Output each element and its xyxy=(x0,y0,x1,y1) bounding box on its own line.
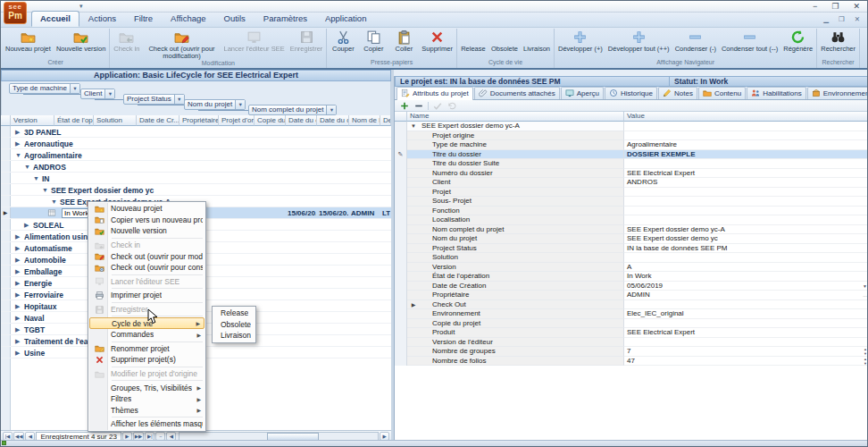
tab-aper-u[interactable]: Aperçu xyxy=(561,87,604,99)
attribute-value[interactable] xyxy=(624,253,868,263)
attribute-row-titre-du-dossier[interactable]: ✎Titre du dossierDOSSIER EXEMPLE xyxy=(395,150,868,160)
attribute-row-copie-du-projet[interactable]: Copie du projet xyxy=(395,319,868,329)
attribute-value[interactable] xyxy=(624,197,868,207)
child-close-button[interactable]: ✕ xyxy=(855,15,860,23)
attribute-value[interactable]: 7▲▼ xyxy=(624,347,868,357)
attribute-value[interactable]: Agroalimentaire xyxy=(624,140,868,150)
expand-icon[interactable]: ▶ xyxy=(15,338,20,345)
tab-contenu[interactable]: Contenu xyxy=(698,87,746,99)
menu-item-check-out-ouvrir-pour-consultation[interactable]: Check out (ouvrir pour consultation) xyxy=(89,262,204,274)
attribute-value[interactable]: DOSSIER EXEMPLE xyxy=(624,150,868,160)
menu-item-filtres[interactable]: Filtres▶ xyxy=(89,393,204,405)
expand-icon[interactable]: ▶ xyxy=(15,268,20,275)
group-by-nom-complet-du-projet[interactable]: Nom complet du projet▼ xyxy=(248,105,337,115)
ribbon-button-couper[interactable]: Couper xyxy=(328,29,358,53)
expand-icon[interactable]: ▶ xyxy=(15,280,20,287)
ribbon-tab-filtre[interactable]: Filtre xyxy=(125,11,162,27)
ribbon-tab-param-tres[interactable]: Paramètres xyxy=(255,11,316,27)
collapse-icon[interactable]: ▼ xyxy=(407,122,420,131)
expand-icon[interactable]: ▶ xyxy=(15,291,20,299)
ribbon-button-coller[interactable]: Coller xyxy=(388,29,419,53)
chevron-down-icon[interactable]: ▼ xyxy=(104,89,114,98)
ribbon-button-d-velopper-tout[interactable]: Développer tout (++) xyxy=(605,29,672,53)
expand-icon[interactable]: ▶ xyxy=(15,326,20,333)
ribbon-button-rechercher[interactable]: Rechercher xyxy=(818,29,858,53)
menu-item-copier-vers-un-nouveau-projet[interactable]: Copier vers un nouveau projet xyxy=(89,215,204,226)
ribbon-tab-actions[interactable]: Actions xyxy=(79,11,125,27)
chevron-down-icon[interactable]: ▼ xyxy=(326,105,336,114)
attribute-value[interactable] xyxy=(624,215,868,225)
attribute-value[interactable]: 05/06/2019▼ xyxy=(624,282,868,291)
attribute-value[interactable]: SEE Expert dossier demo yc xyxy=(624,234,868,244)
expand-icon[interactable]: ▶ xyxy=(15,257,20,264)
attribute-value[interactable]: A xyxy=(624,263,868,273)
tab-documents-attach-s[interactable]: Documents attachés xyxy=(474,87,560,99)
tree-column-header-date-de-cr[interactable]: Date de Cr... xyxy=(137,115,179,126)
tree-row-see-expert-dossier-demo-yc[interactable]: ▼SEE Expert dossier demo yc xyxy=(1,184,391,196)
expand-icon[interactable]: ▶ xyxy=(15,140,20,148)
attribute-row-client[interactable]: ClientANDROS xyxy=(395,178,868,188)
attribute-value[interactable] xyxy=(624,131,868,141)
chevron-down-icon[interactable]: ▼ xyxy=(235,100,245,109)
tree-column-header-propri-taire[interactable]: Propriétaire xyxy=(179,115,219,126)
attribute-row-version-de-l-diteur[interactable]: Version de l'éditeur xyxy=(395,338,868,348)
attribute-value[interactable]: IN la base de données SEE PM xyxy=(624,244,868,254)
chevron-down-icon[interactable]: ▼ xyxy=(70,84,79,93)
ribbon-tab-accueil[interactable]: Accueil xyxy=(31,11,79,27)
expand-icon[interactable]: ▶ xyxy=(15,129,20,136)
tree-column-header-version[interactable]: Version xyxy=(11,115,54,126)
attribute-value[interactable]: SEE Electrical Expert xyxy=(624,169,868,179)
tree-column-header-solution[interactable]: Solution xyxy=(94,115,137,126)
tree-column-header-nom-de-l-uti[interactable]: Nom de l'uti... xyxy=(349,115,380,126)
group-by-nom-du-projet[interactable]: Nom du projet▼ xyxy=(184,99,246,110)
collapse-icon[interactable]: ▼ xyxy=(15,152,21,158)
attribute-row-nombre-de-groupes[interactable]: Nombre de groupes7▲▼ xyxy=(395,347,868,357)
attribute-value[interactable] xyxy=(624,122,868,131)
add-button[interactable] xyxy=(399,101,410,111)
ribbon-button-obsolete[interactable]: Obsolete xyxy=(488,29,521,53)
attribute-row-fonction[interactable]: Fonction xyxy=(395,207,868,216)
group-by-project-status[interactable]: Project Status▼ xyxy=(123,94,185,105)
ribbon-button-copier[interactable]: Copier xyxy=(358,29,388,53)
tab-notes[interactable]: Notes xyxy=(658,87,697,99)
attribute-row-nom-complet-du-projet[interactable]: Nom complet du projetSEE Expert dossier … xyxy=(395,225,868,235)
attribute-row-titre-du-dossier-suite[interactable]: Titre du dossier Suite xyxy=(395,159,868,169)
ribbon-button-r-g-n-re[interactable]: Régénère xyxy=(780,29,815,53)
tree-row-andros[interactable]: ▼ANDROS xyxy=(1,161,391,173)
ribbon-button-release[interactable]: Release xyxy=(458,29,488,53)
ribbon-button-nouveau-projet[interactable]: Nouveau projet xyxy=(3,29,54,53)
ribbon-button-condenser-tout[interactable]: Condenser tout (--) xyxy=(719,29,780,53)
attribute-value[interactable] xyxy=(624,300,868,310)
menu-item-th-mes[interactable]: Thèmes▶ xyxy=(89,405,204,417)
menu-item-afficher-les-l-ments-masqu-s[interactable]: Afficher les éléments masqués xyxy=(89,418,204,430)
attribute-row-version[interactable]: VersionA xyxy=(395,263,868,273)
spin-buttons[interactable]: ▲▼ xyxy=(864,357,867,366)
attribute-row-tat-de-l-op-ration[interactable]: État de l'opérationIn Work xyxy=(395,272,868,282)
ribbon-tab-outils[interactable]: Outils xyxy=(215,11,255,27)
tree-column-header-dernie[interactable]: Dernie... xyxy=(380,115,391,126)
tree-row-aeronautique[interactable]: ▶Aeronautique xyxy=(1,138,391,149)
ribbon-button-supprimer[interactable]: Supprimer xyxy=(419,29,455,53)
submenu-item-obsolete[interactable]: Obsolete xyxy=(213,319,255,331)
attribute-value[interactable]: ANDROS xyxy=(624,178,868,188)
expand-icon[interactable]: ▶ xyxy=(15,233,20,240)
child-restore-button[interactable]: ❐ xyxy=(839,15,845,23)
attribute-value[interactable] xyxy=(624,319,868,329)
tree-column-header-projet-d-ori[interactable]: Projet d'ori... xyxy=(219,115,255,126)
attribute-value[interactable]: SEE Electrical Expert xyxy=(624,328,868,338)
tree-column-header-tat-de-l-op[interactable]: État de l'op... xyxy=(54,115,94,126)
quick-access-toolbar-arrow-icon[interactable]: ▾ xyxy=(79,3,83,10)
attribute-value[interactable]: In Work xyxy=(624,272,868,282)
attribute-row-produit[interactable]: ProduitSEE Electrical Expert xyxy=(395,328,868,338)
attribute-row-sous-projet[interactable]: Sous- Projet xyxy=(395,197,868,207)
menu-item-nouveau-projet[interactable]: Nouveau projet xyxy=(89,203,204,215)
attribute-value[interactable]: Elec_IEC_original xyxy=(624,309,868,319)
attribute-value[interactable] xyxy=(624,338,868,348)
menu-item-nouvelle-version[interactable]: Nouvelle version xyxy=(89,225,204,237)
attribute-value[interactable] xyxy=(624,159,868,169)
attribute-value[interactable]: 47▲▼ xyxy=(624,357,868,367)
attribute-row-nom-du-projet[interactable]: Nom du projetSEE Expert dossier demo yc xyxy=(395,234,868,244)
attribute-row-type-de-machine[interactable]: Type de machineAgroalimentaire xyxy=(395,140,868,150)
collapse-icon[interactable]: ▼ xyxy=(42,187,48,193)
tree-row-3d-panel[interactable]: ▶3D PANEL xyxy=(1,126,391,138)
